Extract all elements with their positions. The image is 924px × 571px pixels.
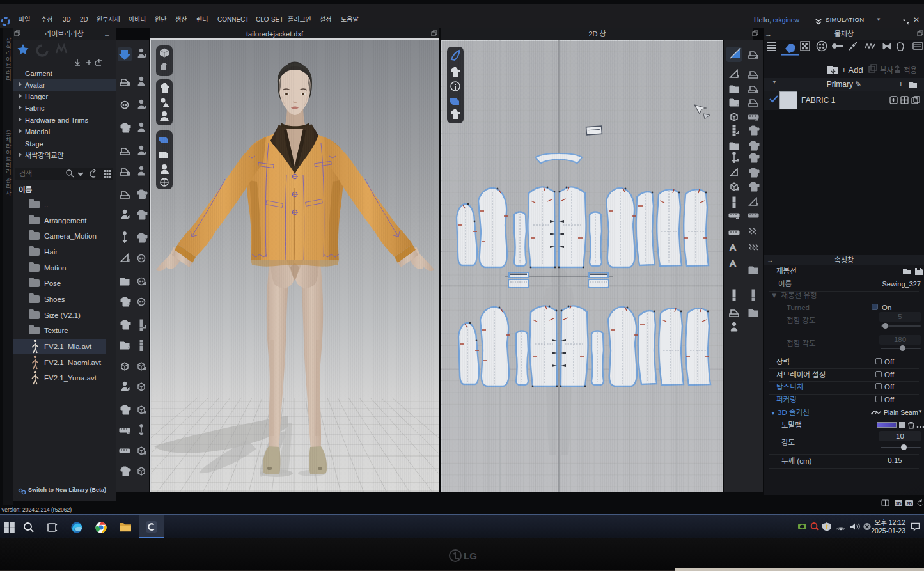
svg-text:A: A — [730, 242, 736, 253]
svg-text:2D: 2D — [907, 501, 912, 506]
svg-text:복사: 복사 — [880, 66, 894, 74]
svg-text:A: A — [730, 258, 736, 269]
svg-text:적용: 적용 — [904, 66, 917, 74]
svg-text:LG: LG — [464, 551, 477, 561]
svg-text:3D: 3D — [896, 501, 902, 506]
svg-text:+ Add: + Add — [842, 65, 863, 75]
